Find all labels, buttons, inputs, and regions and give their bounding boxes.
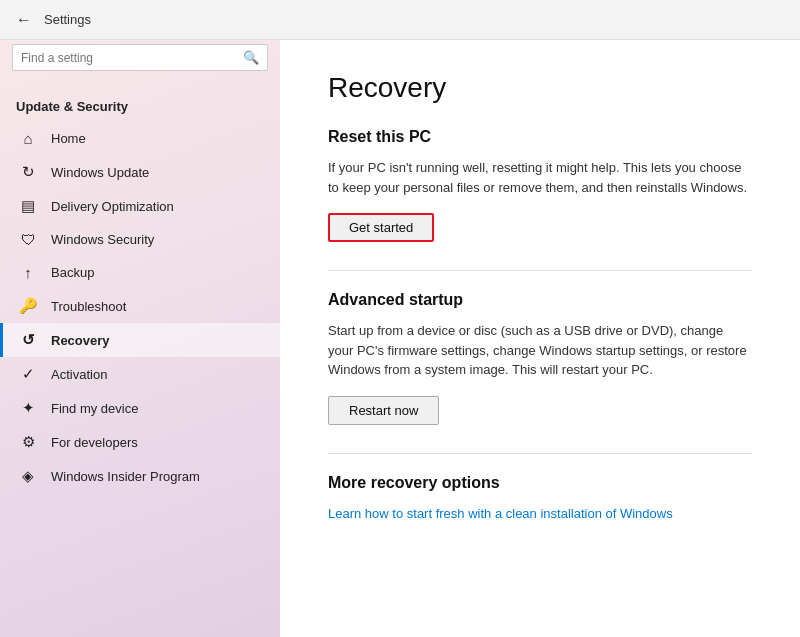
- sidebar: 🔍 Update & Security ⌂Home↻Windows Update…: [0, 40, 280, 637]
- sidebar-item-delivery-optimization[interactable]: ▤Delivery Optimization: [0, 189, 280, 223]
- section-description-advanced-startup: Start up from a device or disc (such as …: [328, 321, 748, 380]
- sidebar-label-home: Home: [51, 131, 86, 146]
- content-area: Recovery Reset this PCIf your PC isn't r…: [280, 40, 800, 637]
- sidebar-item-windows-security[interactable]: 🛡Windows Security: [0, 223, 280, 256]
- section-more-recovery: More recovery optionsLearn how to start …: [328, 474, 752, 522]
- windows-update-icon: ↻: [19, 163, 37, 181]
- sidebar-item-for-developers[interactable]: ⚙For developers: [0, 425, 280, 459]
- sidebar-label-windows-update: Windows Update: [51, 165, 149, 180]
- sidebar-label-activation: Activation: [51, 367, 107, 382]
- sidebar-label-backup: Backup: [51, 265, 94, 280]
- sidebar-item-home[interactable]: ⌂Home: [0, 122, 280, 155]
- sidebar-section-title: Update & Security: [0, 83, 280, 122]
- sidebar-item-find-device[interactable]: ✦Find my device: [0, 391, 280, 425]
- sidebar-item-recovery[interactable]: ↺Recovery: [0, 323, 280, 357]
- sidebar-item-windows-update[interactable]: ↻Windows Update: [0, 155, 280, 189]
- sidebar-label-for-developers: For developers: [51, 435, 138, 450]
- section-title-more-recovery: More recovery options: [328, 474, 752, 492]
- sidebar-label-windows-security: Windows Security: [51, 232, 154, 247]
- sidebar-label-recovery: Recovery: [51, 333, 110, 348]
- home-icon: ⌂: [19, 130, 37, 147]
- windows-security-icon: 🛡: [19, 231, 37, 248]
- section-title-advanced-startup: Advanced startup: [328, 291, 752, 309]
- sidebar-nav: ⌂Home↻Windows Update▤Delivery Optimizati…: [0, 122, 280, 493]
- troubleshoot-icon: 🔑: [19, 297, 37, 315]
- main-layout: 🔍 Update & Security ⌂Home↻Windows Update…: [0, 40, 800, 637]
- sidebar-item-windows-insider[interactable]: ◈Windows Insider Program: [0, 459, 280, 493]
- activation-icon: ✓: [19, 365, 37, 383]
- back-button[interactable]: ←: [12, 7, 36, 33]
- search-input[interactable]: [21, 51, 237, 65]
- button-reset-pc[interactable]: Get started: [328, 213, 434, 242]
- title-bar: ← Settings: [0, 0, 800, 40]
- recovery-icon: ↺: [19, 331, 37, 349]
- link-more-recovery[interactable]: Learn how to start fresh with a clean in…: [328, 506, 673, 521]
- sidebar-label-delivery-optimization: Delivery Optimization: [51, 199, 174, 214]
- content-sections: Reset this PCIf your PC isn't running we…: [328, 128, 752, 522]
- section-divider-more-recovery: [328, 453, 752, 454]
- find-device-icon: ✦: [19, 399, 37, 417]
- section-advanced-startup: Advanced startupStart up from a device o…: [328, 291, 752, 433]
- section-reset-pc: Reset this PCIf your PC isn't running we…: [328, 128, 752, 250]
- sidebar-item-backup[interactable]: ↑Backup: [0, 256, 280, 289]
- title-bar-title: Settings: [44, 12, 91, 27]
- page-title: Recovery: [328, 72, 752, 104]
- search-icon: 🔍: [243, 50, 259, 65]
- backup-icon: ↑: [19, 264, 37, 281]
- sidebar-label-windows-insider: Windows Insider Program: [51, 469, 200, 484]
- search-box[interactable]: 🔍: [12, 44, 268, 71]
- section-title-reset-pc: Reset this PC: [328, 128, 752, 146]
- sidebar-item-troubleshoot[interactable]: 🔑Troubleshoot: [0, 289, 280, 323]
- for-developers-icon: ⚙: [19, 433, 37, 451]
- sidebar-label-troubleshoot: Troubleshoot: [51, 299, 126, 314]
- section-description-reset-pc: If your PC isn't running well, resetting…: [328, 158, 748, 197]
- sidebar-label-find-device: Find my device: [51, 401, 138, 416]
- section-divider-advanced-startup: [328, 270, 752, 271]
- button-advanced-startup[interactable]: Restart now: [328, 396, 439, 425]
- sidebar-item-activation[interactable]: ✓Activation: [0, 357, 280, 391]
- delivery-optimization-icon: ▤: [19, 197, 37, 215]
- windows-insider-icon: ◈: [19, 467, 37, 485]
